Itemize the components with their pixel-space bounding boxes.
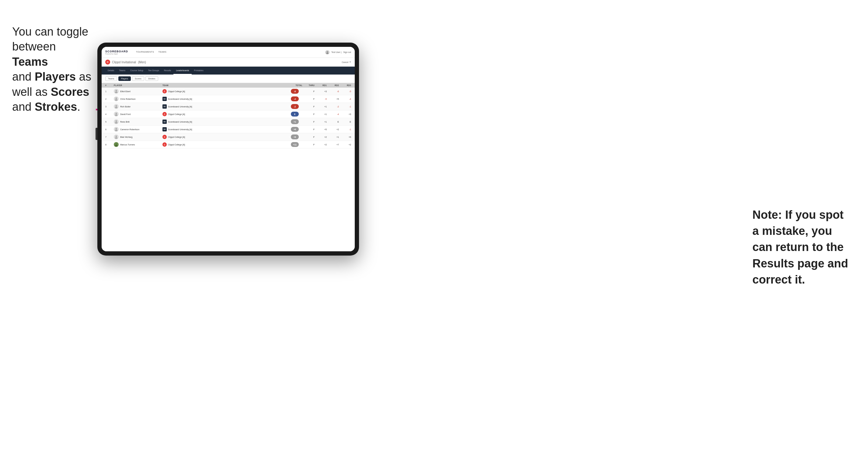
nav-teams[interactable]: TEAMS xyxy=(158,51,166,54)
thru-4: F xyxy=(302,113,315,115)
rd3-5: E xyxy=(339,121,351,123)
team-logo-7: C xyxy=(162,135,167,139)
tab-course-setup[interactable]: Course Setup xyxy=(128,67,146,74)
player-4: David Ford xyxy=(114,112,162,117)
team-logo-3: SU xyxy=(162,104,167,108)
table-row: 6 Cameron Robertson SU Scoreboard Univer… xyxy=(102,126,355,133)
team-logo-1: C xyxy=(162,89,167,93)
svg-point-11 xyxy=(116,121,117,122)
team-2: SU Scoreboard University [A] xyxy=(162,97,229,101)
rd2-3: -2 xyxy=(327,105,339,108)
total-2: -4 xyxy=(287,96,302,101)
rd2-8: +7 xyxy=(327,144,339,146)
col-rd2: RD2 xyxy=(327,84,339,86)
rd1-8: +2 xyxy=(315,144,327,146)
avatar-2 xyxy=(114,96,119,101)
thru-8: F xyxy=(302,144,315,146)
avatar-6 xyxy=(114,127,119,132)
rank-2: 2 xyxy=(105,98,114,100)
tab-results[interactable]: Results xyxy=(161,67,174,74)
rd3-2: -4 xyxy=(339,98,351,100)
svg-point-16 xyxy=(115,137,118,139)
rd1-3: +1 xyxy=(315,105,327,108)
svg-point-17 xyxy=(116,143,117,145)
top-bar-right: Test User | Sign out xyxy=(325,50,351,55)
total-7: +8 xyxy=(287,134,302,139)
rank-3: 3 xyxy=(105,105,114,108)
col-rd3: RD3 xyxy=(339,84,351,86)
avatar-7 xyxy=(114,134,119,139)
col-total: TOTAL xyxy=(287,84,302,86)
rank-5: 5 xyxy=(105,121,114,123)
rank-1: 1 xyxy=(105,90,114,92)
rd2-5: E xyxy=(327,121,339,123)
total-1: -8 xyxy=(287,89,302,94)
thru-1: F xyxy=(302,90,315,92)
cancel-button[interactable]: Cancel ✕ xyxy=(342,61,351,63)
total-3: -2 xyxy=(287,104,302,109)
team-1: C Clippd College [A] xyxy=(162,89,229,93)
toggle-teams[interactable]: Teams xyxy=(105,76,117,81)
svg-point-2 xyxy=(326,53,328,54)
rd2-6: +2 xyxy=(327,128,339,130)
tab-printables[interactable]: Printables xyxy=(192,67,206,74)
player-2: Chris Robertson xyxy=(114,96,162,101)
tab-details[interactable]: Details xyxy=(105,67,117,74)
svg-point-15 xyxy=(116,136,117,137)
player-8: Marcus Turners xyxy=(114,142,162,147)
tabs-bar: Details Teams Course Setup Tee Groups Re… xyxy=(102,67,355,74)
avatar-4 xyxy=(114,112,119,117)
thru-2: F xyxy=(302,98,315,100)
leaderboard-table: # PLAYER TEAM TOTAL THRU RD1 RD2 RD3 1 xyxy=(102,83,355,251)
rd1-7: +2 xyxy=(315,136,327,138)
svg-point-9 xyxy=(116,113,117,115)
player-3: Rich Butler xyxy=(114,104,162,109)
tournament-logo: C xyxy=(105,60,110,64)
player-1: Elliot Ebert xyxy=(114,89,162,94)
rd1-5: +1 xyxy=(315,121,327,123)
toggle-players[interactable]: Players xyxy=(118,76,131,81)
rank-8: 8 xyxy=(105,144,114,146)
svg-point-14 xyxy=(115,130,118,131)
tab-tee-groups[interactable]: Tee Groups xyxy=(146,67,161,74)
svg-point-6 xyxy=(115,99,118,101)
team-8: C Clippd College [A] xyxy=(162,143,229,147)
col-team: TEAM xyxy=(162,84,229,86)
toggle-strokes[interactable]: Strokes xyxy=(146,76,158,81)
avatar-3 xyxy=(114,104,119,109)
svg-point-8 xyxy=(115,107,118,108)
thru-5: F xyxy=(302,121,315,123)
user-name: Test User | xyxy=(331,51,341,53)
table-row: 7 Blair McHarg C Clippd College [A] xyxy=(102,133,355,141)
team-3: SU Scoreboard University [A] xyxy=(162,104,229,108)
avatar-5 xyxy=(114,119,119,124)
rd1-4: +1 xyxy=(315,113,327,115)
sign-out-link[interactable]: Sign out xyxy=(343,51,351,53)
toggle-scores[interactable]: Scores xyxy=(132,76,144,81)
tournament-name: Clippd Invitational (Men) xyxy=(112,61,146,64)
app-subtitle: Powered by clippd xyxy=(105,53,128,55)
rank-7: 7 xyxy=(105,136,114,138)
svg-point-18 xyxy=(115,145,118,146)
tablet-screen: SCOREBOARD Powered by clippd TOURNAMENTS… xyxy=(102,47,355,251)
tab-leaderboards[interactable]: Leaderboards xyxy=(174,67,191,74)
player-7: Blair McHarg xyxy=(114,134,162,139)
table-row: 8 Marcus Turners C Clippd College [A] xyxy=(102,141,355,149)
team-logo-5: SU xyxy=(162,120,167,124)
col-rd1: RD1 xyxy=(315,84,327,86)
tablet-frame: SCOREBOARD Powered by clippd TOURNAMENTS… xyxy=(97,42,359,255)
nav-tournaments[interactable]: TOURNAMENTS xyxy=(136,51,154,54)
avatar-1 xyxy=(114,89,119,94)
user-avatar xyxy=(325,50,330,55)
col-thru: THRU xyxy=(302,84,315,86)
rd2-4: -4 xyxy=(327,113,339,115)
left-annotation: You can toggle between Teams and Players… xyxy=(12,24,91,115)
tablet-side-button xyxy=(96,128,97,140)
svg-point-12 xyxy=(115,122,118,124)
rd3-7: +6 xyxy=(339,136,351,138)
top-bar-left: SCOREBOARD Powered by clippd TOURNAMENTS… xyxy=(105,50,166,55)
team-7: C Clippd College [A] xyxy=(162,135,229,139)
tab-teams[interactable]: Teams xyxy=(117,67,128,74)
thru-3: F xyxy=(302,105,315,108)
rd1-6: +5 xyxy=(315,128,327,130)
